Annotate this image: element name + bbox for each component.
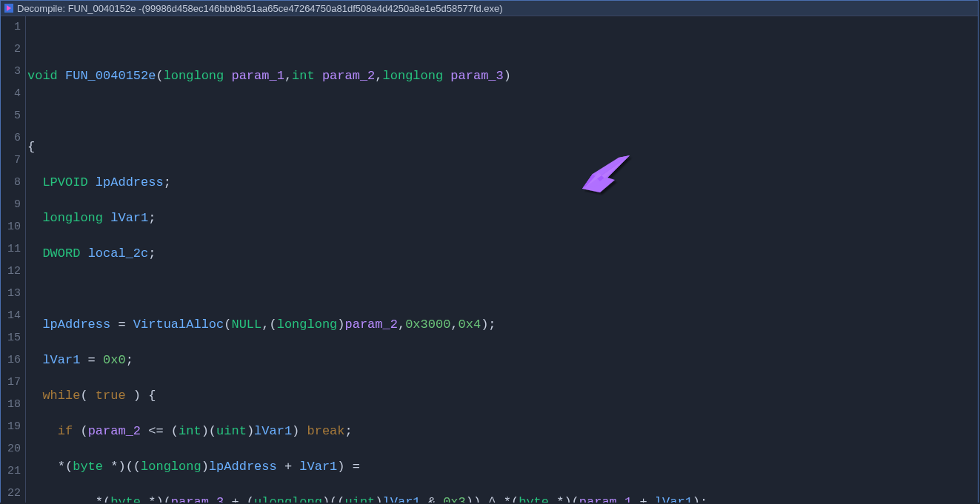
line-number: 13: [1, 283, 21, 305]
line-number: 2: [1, 38, 21, 61]
code-line: LPVOID lpAddress;: [27, 172, 978, 194]
line-number: 17: [1, 372, 21, 394]
code-line: *(byte *)((longlong)lpAddress + lVar1) =: [27, 456, 978, 478]
code-line: if (param_2 <= (int)(uint)lVar1) break;: [27, 420, 978, 443]
line-number: 18: [1, 394, 21, 416]
decompiler-window: Decompile: FUN_0040152e - (99986d458ec14…: [0, 0, 979, 503]
code-line: lVar1 = 0x0;: [27, 349, 978, 372]
line-number: 15: [1, 327, 21, 349]
line-number: 5: [1, 105, 21, 127]
line-number: 22: [1, 483, 21, 504]
line-number: 7: [1, 149, 21, 172]
line-number: 12: [1, 261, 21, 283]
code-area: 1 2 3 4 5 6 7 8 9 10 11 12 13 14 15 16 1…: [1, 16, 978, 503]
line-number: 11: [1, 238, 21, 261]
line-number: 10: [1, 216, 21, 238]
line-number: 20: [1, 438, 21, 460]
window-title-file: (99986d458ec146bbb8b51aa65ce47264750a81d…: [141, 3, 502, 14]
code-line: lpAddress = VirtualAlloc(NULL,(longlong)…: [27, 314, 978, 336]
line-number: 4: [1, 83, 21, 105]
line-number: 8: [1, 172, 21, 194]
line-number: 1: [1, 16, 21, 38]
line-number: 21: [1, 460, 21, 483]
window-title-prefix: Decompile: FUN_0040152e -: [17, 3, 141, 14]
line-number-gutter: 1 2 3 4 5 6 7 8 9 10 11 12 13 14 15 16 1…: [1, 16, 26, 503]
line-number: 6: [1, 127, 21, 149]
code-line: void FUN_0040152e(longlong param_1,int p…: [27, 65, 978, 87]
code-line: [27, 278, 978, 300]
window-icon: [4, 3, 14, 13]
titlebar[interactable]: Decompile: FUN_0040152e - (99986d458ec14…: [1, 1, 978, 16]
line-number: 19: [1, 416, 21, 438]
code-line: DWORD local_2c;: [27, 243, 978, 265]
code-line: *(byte *)(param_3 + (ulonglong)((uint)lV…: [27, 491, 978, 503]
line-number: 9: [1, 194, 21, 216]
code-line: {: [27, 136, 978, 158]
line-number: 3: [1, 61, 21, 83]
code-line: while( true ) {: [27, 385, 978, 407]
line-number: 14: [1, 305, 21, 327]
line-number: 16: [1, 349, 21, 372]
code-line: [27, 30, 978, 52]
code-line: [27, 101, 978, 123]
code-line: longlong lVar1;: [27, 207, 978, 229]
code-listing[interactable]: void FUN_0040152e(longlong param_1,int p…: [26, 16, 978, 503]
